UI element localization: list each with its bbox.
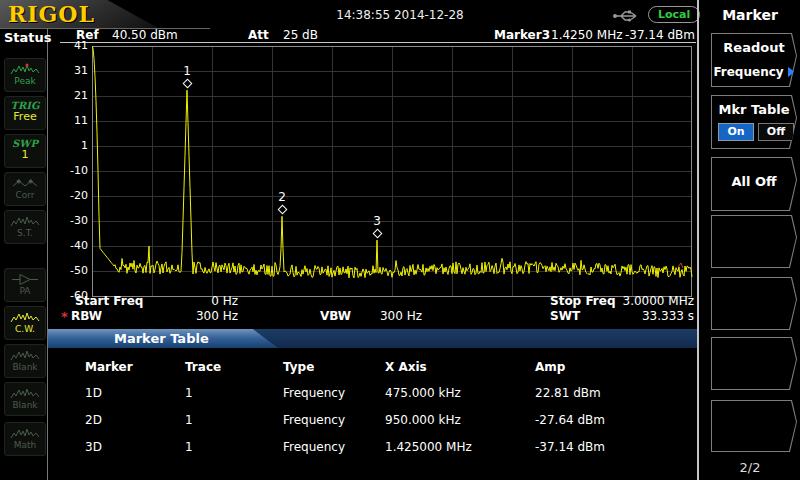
readout-button[interactable]: Readout Frequency bbox=[711, 33, 797, 87]
att-label: Att bbox=[248, 29, 269, 42]
status-math-label: Math bbox=[5, 440, 45, 450]
status-swp-value: 1 bbox=[5, 150, 45, 160]
analyzer-screen: RIGOL 14:38:55 2014-12-28 Local Status P… bbox=[0, 0, 800, 480]
marker-table: MarkerTraceTypeX AxisAmp1D1Frequency475.… bbox=[48, 352, 696, 462]
topbar-divider bbox=[0, 28, 210, 29]
status-st-label: S.T. bbox=[5, 228, 45, 238]
marker-1-label: 1 bbox=[179, 64, 195, 78]
marker-table-cell: 1 bbox=[185, 413, 193, 427]
softkey-blank-2 bbox=[711, 277, 797, 330]
vbw-value: 300 Hz bbox=[360, 310, 422, 323]
y-axis-label: 21 bbox=[58, 90, 88, 102]
local-mode-badge[interactable]: Local bbox=[648, 6, 700, 23]
y-axis-label: -10 bbox=[58, 165, 88, 177]
marker-3-label: 3 bbox=[369, 214, 385, 228]
uncal-asterisk-icon: * bbox=[61, 310, 68, 323]
marker-readout-amp: -37.14 dBm bbox=[605, 29, 695, 42]
status-trig-value: Free bbox=[5, 112, 45, 122]
status-blank1-icon bbox=[5, 349, 45, 362]
marker-table-cell: 1D bbox=[85, 386, 102, 400]
status-item-st: S.T. bbox=[4, 210, 46, 244]
status-item-pa: PA bbox=[4, 268, 46, 302]
status-item-math: Math bbox=[4, 422, 46, 456]
marker-table-cell: Frequency bbox=[283, 413, 345, 427]
marker-table-cell: 475.000 kHz bbox=[385, 386, 461, 400]
all-off-button-label: All Off bbox=[711, 174, 797, 189]
marker-table-cell: 1 bbox=[185, 386, 193, 400]
readout-value: Frequency bbox=[711, 65, 797, 79]
marker-table-cell: 3D bbox=[85, 440, 102, 454]
marker-table-title: Marker Table bbox=[114, 331, 209, 346]
marker-table-cell: 22.81 dBm bbox=[535, 386, 601, 400]
status-math-icon bbox=[5, 427, 45, 440]
y-axis-label: -50 bbox=[58, 265, 88, 277]
y-axis-label: 11 bbox=[58, 115, 88, 127]
stop-freq-value: 3.0000 MHz bbox=[600, 295, 694, 308]
status-item-blank2: Blank bbox=[4, 382, 46, 416]
status-item-blank1: Blank bbox=[4, 344, 46, 378]
start-freq-value: 0 Hz bbox=[150, 295, 238, 308]
status-pa-label: PA bbox=[5, 286, 45, 296]
status-blank2-label: Blank bbox=[5, 400, 45, 410]
rbw-value: 300 Hz bbox=[150, 310, 238, 323]
y-axis-label: -40 bbox=[58, 240, 88, 252]
status-peak-icon bbox=[5, 63, 45, 76]
status-corr-icon bbox=[5, 177, 45, 190]
y-axis-label: 31 bbox=[58, 65, 88, 77]
start-freq-label: Start Freq bbox=[75, 295, 143, 308]
status-corr-label: Corr bbox=[5, 190, 45, 200]
menu-title: Marker bbox=[700, 7, 800, 23]
marker-2-label: 2 bbox=[274, 190, 290, 204]
status-cw-label: C.W. bbox=[5, 324, 45, 334]
marker-table-cell: Frequency bbox=[283, 440, 345, 454]
marker-readout-name: Marker3 bbox=[494, 29, 550, 42]
marker-table-col-header: Marker bbox=[85, 360, 133, 374]
y-axis-label: -20 bbox=[58, 190, 88, 202]
status-pa-icon bbox=[5, 273, 45, 286]
y-axis-label: -30 bbox=[58, 215, 88, 227]
arrow-right-icon bbox=[788, 67, 795, 77]
status-item-trig: TRIGFree bbox=[4, 96, 46, 130]
mkr-table-button-label: Mkr Table bbox=[711, 102, 797, 117]
marker-table-cell: 950.000 kHz bbox=[385, 413, 461, 427]
marker-table-header-bar: Marker Table bbox=[48, 329, 698, 348]
marker-table-col-header: Trace bbox=[185, 360, 221, 374]
marker-table-col-header: Amp bbox=[535, 360, 565, 374]
readout-button-label: Readout bbox=[711, 40, 797, 55]
status-peak-label: Peak bbox=[5, 76, 45, 86]
status-panel-title: Status bbox=[4, 30, 52, 45]
mkr-table-toggle: On Off bbox=[718, 123, 790, 141]
ref-value: 40.50 dBm bbox=[112, 29, 178, 42]
status-item-peak: Peak bbox=[4, 58, 46, 92]
usb-icon bbox=[612, 8, 642, 27]
marker-table-cell: 2D bbox=[85, 413, 102, 427]
all-off-button[interactable]: All Off bbox=[711, 157, 797, 211]
rbw-label: RBW bbox=[71, 310, 102, 323]
softkey-blank-1 bbox=[711, 215, 797, 268]
status-blank2-icon bbox=[5, 387, 45, 400]
menu-panel-divider bbox=[697, 0, 699, 480]
status-item-corr: Corr bbox=[4, 172, 46, 206]
y-axis-label: 1 bbox=[58, 140, 88, 152]
mkr-table-button[interactable]: Mkr Table On Off bbox=[711, 95, 797, 149]
status-item-swp: SWP1 bbox=[4, 134, 46, 168]
mkr-table-off-option[interactable]: Off bbox=[758, 123, 794, 141]
y-axis-label: 41 bbox=[58, 40, 88, 52]
menu-page-indicator: 2/2 bbox=[700, 460, 800, 475]
vbw-label: VBW bbox=[320, 310, 351, 323]
status-blank1-label: Blank bbox=[5, 362, 45, 372]
marker-table-cell: 1 bbox=[185, 440, 193, 454]
marker-table-cell: 1.425000 MHz bbox=[385, 440, 472, 454]
marker-table-cell: -27.64 dBm bbox=[535, 413, 605, 427]
rigol-logo: RIGOL bbox=[8, 1, 95, 27]
status-item-cw: C.W. bbox=[4, 306, 46, 340]
att-value: 25 dB bbox=[283, 29, 318, 42]
status-st-icon bbox=[5, 215, 45, 228]
marker-table-cell: Frequency bbox=[283, 386, 345, 400]
marker-table-col-header: Type bbox=[283, 360, 314, 374]
marker-table-cell: -37.14 dBm bbox=[535, 440, 605, 454]
graticule-top-line bbox=[60, 42, 696, 43]
softkey-blank-3 bbox=[711, 337, 797, 390]
mkr-table-on-option[interactable]: On bbox=[718, 123, 754, 141]
status-cw-icon bbox=[5, 311, 45, 324]
